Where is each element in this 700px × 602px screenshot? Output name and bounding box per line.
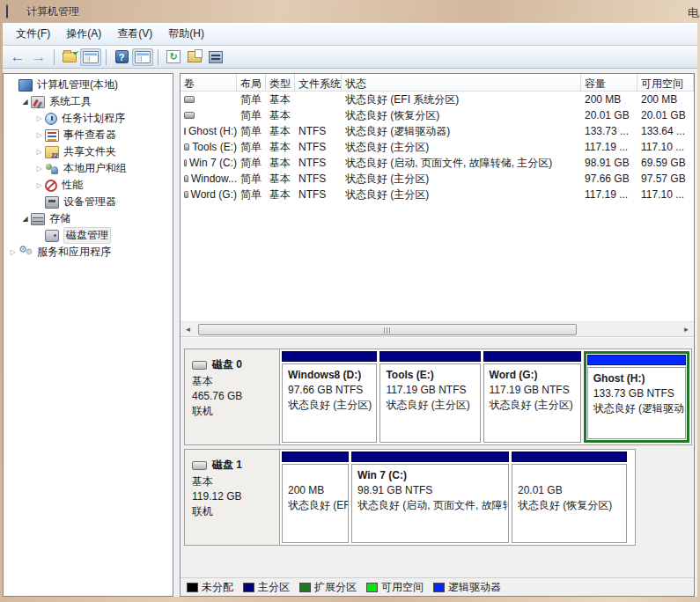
expand-arrow-icon[interactable]: ◢ bbox=[19, 98, 31, 106]
disk-size: 119.12 GB bbox=[192, 489, 276, 504]
up-folder-button[interactable] bbox=[60, 48, 79, 67]
partition-windows8-d[interactable]: Windows8 (D:) 97.66 GB NTFS 状态良好 (主分区) bbox=[282, 351, 377, 443]
menu-view[interactable]: 查看(V) bbox=[109, 23, 160, 45]
scroll-left-icon[interactable]: ◄ bbox=[181, 323, 195, 336]
column-header-type[interactable]: 类型 bbox=[266, 74, 295, 91]
desktop-background-text: 电 bbox=[688, 5, 699, 21]
disk-0-label[interactable]: 磁盘 0 基本 465.76 GB 联机 bbox=[185, 349, 280, 444]
partition-efi-system[interactable]: 200 MB 状态良好 (EFI 系统分区) bbox=[282, 452, 349, 543]
menu-bar: 文件(F) 操作(A) 查看(V) 帮助(H) bbox=[3, 23, 697, 46]
tree-item-task-scheduler[interactable]: ▷ 任务计划程序 bbox=[4, 110, 173, 127]
disk-0-row: 磁盘 0 基本 465.76 GB 联机 Windows8 (D:) 97.66… bbox=[184, 349, 692, 445]
back-button[interactable]: ← bbox=[8, 48, 27, 67]
legend-extended-partition: 扩展分区 bbox=[299, 580, 357, 595]
table-row[interactable]: Tools (E:) 简单 基本 NTFS 状态良好 (主分区) 117.19 … bbox=[181, 139, 694, 155]
extended-partition-swatch-icon bbox=[299, 583, 311, 592]
disk-management-icon bbox=[209, 51, 223, 63]
disk-management-view-button[interactable] bbox=[206, 48, 225, 67]
column-header-filesystem[interactable]: 文件系统 bbox=[295, 74, 342, 91]
tree-item-system-tools[interactable]: ◢ 系统工具 bbox=[4, 93, 173, 110]
toolbar-separator bbox=[158, 49, 158, 65]
tree-item-storage[interactable]: ◢ 存储 bbox=[4, 210, 173, 227]
toolbar-separator bbox=[106, 49, 107, 65]
primary-partition-bar bbox=[512, 452, 627, 462]
collapse-arrow-icon[interactable]: ▷ bbox=[33, 181, 45, 189]
table-row[interactable]: Word (G:) 简单 基本 NTFS 状态良好 (主分区) 117.19 .… bbox=[181, 187, 694, 202]
disk-1-label[interactable]: 磁盘 1 基本 119.12 GB 联机 bbox=[185, 450, 280, 545]
help-button[interactable]: ? bbox=[112, 48, 131, 67]
disk-status: 联机 bbox=[192, 504, 276, 519]
primary-partition-bar bbox=[282, 351, 377, 362]
volume-icon bbox=[184, 159, 187, 166]
tree-item-event-viewer[interactable]: ▷ 事件查看器 bbox=[4, 127, 173, 143]
table-row[interactable]: Ghost (H:) 简单 基本 NTFS 状态良好 (逻辑驱动器) 133.7… bbox=[181, 123, 694, 139]
column-header-layout[interactable]: 布局 bbox=[237, 74, 266, 91]
collapse-arrow-icon[interactable]: ▷ bbox=[33, 114, 45, 122]
partition-win7-c[interactable]: Win 7 (C:) 98.91 GB NTFS 状态良好 (启动, 页面文件,… bbox=[351, 452, 509, 543]
scroll-right-icon[interactable]: ► bbox=[679, 323, 694, 336]
folder-icon bbox=[63, 52, 77, 62]
table-row[interactable]: Window... 简单 基本 NTFS 状态良好 (主分区) 97.66 GB… bbox=[181, 171, 694, 187]
disk-status: 联机 bbox=[192, 404, 276, 419]
volume-icon bbox=[184, 191, 188, 198]
selected-tree-label: 磁盘管理 bbox=[63, 227, 111, 244]
tree-item-local-users-groups[interactable]: ▷ 本地用户和组 bbox=[4, 160, 173, 177]
disk-icon bbox=[192, 361, 207, 370]
app-icon bbox=[6, 5, 21, 18]
free-space-swatch-icon bbox=[366, 583, 378, 592]
partition-ghost-h[interactable]: Ghost (H:) 133.73 GB NTFS 状态良好 (逻辑驱动器) bbox=[584, 351, 689, 443]
menu-help[interactable]: 帮助(H) bbox=[160, 23, 212, 45]
action-pane-icon bbox=[135, 51, 151, 63]
table-row[interactable]: Win 7 (C:) 简单 基本 NTFS 状态良好 (启动, 页面文件, 故障… bbox=[181, 155, 694, 171]
primary-partition-bar bbox=[351, 452, 509, 462]
column-header-volume[interactable]: 卷 bbox=[181, 74, 237, 91]
collapse-arrow-icon[interactable]: ▷ bbox=[33, 148, 45, 156]
scrollbar-track[interactable] bbox=[195, 323, 679, 336]
tree-item-device-manager[interactable]: 设备管理器 bbox=[4, 194, 173, 210]
collapse-arrow-icon[interactable]: ▷ bbox=[7, 248, 18, 256]
refresh-button[interactable]: ↻ bbox=[164, 48, 183, 67]
partition-word-g[interactable]: Word (G:) 117.19 GB NTFS 状态良好 (主分区) bbox=[483, 351, 581, 443]
horizontal-scrollbar[interactable]: ◄ ► bbox=[181, 321, 694, 336]
partition-tools-e[interactable]: Tools (E:) 117.19 GB NTFS 状态良好 (主分区) bbox=[379, 351, 480, 443]
tree-item-computer-management[interactable]: 计算机管理(本地) bbox=[4, 77, 173, 93]
scrollbar-grip-icon bbox=[384, 327, 391, 334]
volume-icon bbox=[184, 112, 195, 119]
show-console-tree-button[interactable] bbox=[81, 48, 100, 67]
disk-1-row: 磁盘 1 基本 119.12 GB 联机 200 MB 状态良好 (EFI 系统… bbox=[184, 449, 636, 546]
menu-action[interactable]: 操作(A) bbox=[58, 23, 109, 45]
collapse-arrow-icon[interactable]: ▷ bbox=[33, 131, 45, 139]
properties-button[interactable] bbox=[185, 48, 204, 67]
disk-type: 基本 bbox=[192, 374, 276, 389]
collapse-arrow-icon[interactable]: ▷ bbox=[33, 165, 45, 173]
volume-list: 卷 布局 类型 文件系统 状态 容量 可用空间 简单 基本 状态良好 (EFI … bbox=[181, 74, 694, 321]
primary-partition-bar bbox=[483, 351, 581, 362]
legend-logical-drive: 逻辑驱动器 bbox=[433, 580, 501, 595]
scrollbar-thumb[interactable] bbox=[198, 324, 577, 335]
window-title: 计算机管理 bbox=[26, 4, 79, 19]
menu-file[interactable]: 文件(F) bbox=[8, 23, 58, 45]
system-tools-icon bbox=[31, 96, 45, 108]
disk-1-partitions: 200 MB 状态良好 (EFI 系统分区) Win 7 (C:) 98.91 … bbox=[280, 450, 635, 545]
partition-recovery[interactable]: 20.01 GB 状态良好 (恢复分区) bbox=[512, 452, 627, 543]
forward-button[interactable]: → bbox=[29, 48, 48, 67]
volume-icon bbox=[184, 143, 189, 150]
column-header-status[interactable]: 状态 bbox=[342, 74, 581, 91]
legend-unallocated: 未分配 bbox=[187, 580, 233, 595]
tree-item-performance[interactable]: ▷ 性能 bbox=[4, 177, 173, 194]
tree-item-disk-management[interactable]: 磁盘管理 bbox=[4, 227, 173, 244]
show-action-pane-button[interactable] bbox=[133, 48, 152, 67]
refresh-icon: ↻ bbox=[166, 50, 181, 63]
performance-icon bbox=[45, 180, 57, 192]
expand-arrow-icon[interactable]: ◢ bbox=[19, 215, 31, 223]
tree-item-shared-folders[interactable]: ▷ 共享文件夹 bbox=[4, 143, 173, 160]
users-icon bbox=[45, 163, 59, 175]
toolbar-separator bbox=[54, 49, 55, 65]
tree-item-services-applications[interactable]: ▷ 服务和应用程序 bbox=[4, 244, 173, 261]
table-row[interactable]: 简单 基本 状态良好 (恢复分区) 20.01 GB 20.01 GB bbox=[181, 107, 694, 123]
column-header-freespace[interactable]: 可用空间 bbox=[637, 74, 694, 91]
column-header-capacity[interactable]: 容量 bbox=[581, 74, 637, 91]
primary-partition-swatch-icon bbox=[243, 583, 254, 592]
table-row[interactable]: 简单 基本 状态良好 (EFI 系统分区) 200 MB 200 MB bbox=[181, 92, 694, 107]
disk-type: 基本 bbox=[192, 474, 276, 489]
